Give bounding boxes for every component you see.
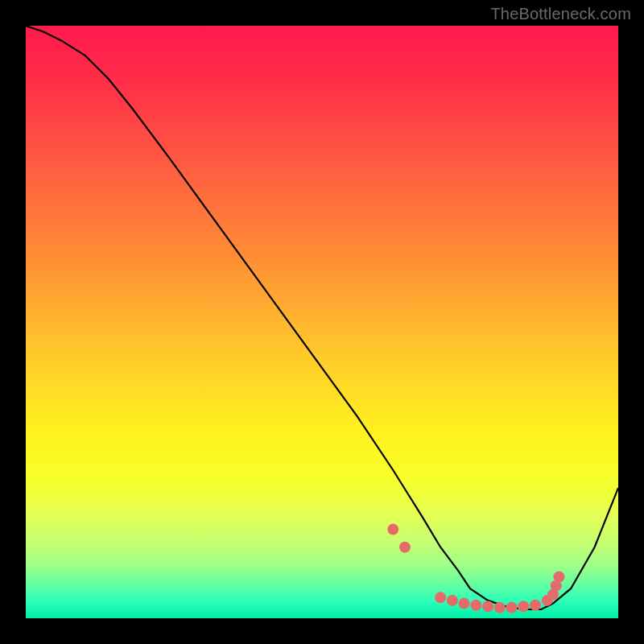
highlight-dot	[459, 598, 470, 609]
highlight-dot	[553, 572, 564, 583]
attribution-text: TheBottleneck.com	[490, 5, 631, 23]
highlight-dot	[518, 601, 529, 612]
highlight-dot	[470, 600, 481, 611]
highlight-dot	[399, 542, 411, 553]
chart-plot-area	[26, 26, 618, 618]
highlight-dot	[530, 600, 541, 611]
highlight-dot	[482, 601, 493, 612]
highlight-dot	[447, 595, 458, 606]
highlight-dot	[506, 602, 518, 613]
highlight-dot	[494, 602, 506, 613]
highlight-dot	[387, 524, 398, 535]
bottleneck-curve	[26, 26, 618, 618]
highlight-dot	[435, 592, 446, 603]
